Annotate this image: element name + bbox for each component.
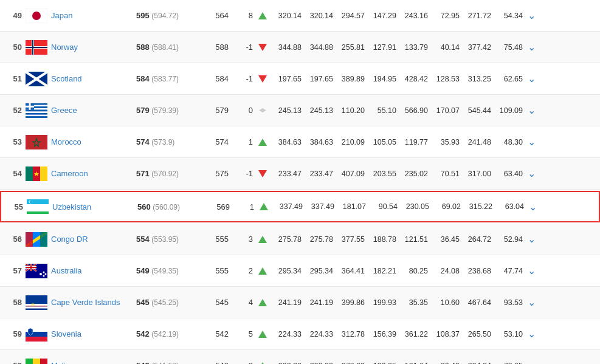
trend-up-icon bbox=[258, 267, 267, 275]
svg-rect-27 bbox=[40, 167, 47, 181]
svg-point-35 bbox=[30, 201, 33, 204]
expand-button[interactable]: ⌄ bbox=[524, 136, 539, 148]
stat-5: 566.90 bbox=[398, 106, 429, 115]
stat-3: 181.07 bbox=[336, 202, 367, 211]
score-exact: (542.19) bbox=[151, 330, 179, 338]
stat-5: 428.42 bbox=[398, 75, 429, 83]
score-secondary: 588 bbox=[203, 43, 231, 52]
rank-change: 0 bbox=[231, 106, 254, 115]
stat-4: 182.21 bbox=[366, 267, 398, 275]
rank-number: 59 bbox=[2, 361, 26, 364]
svg-rect-39 bbox=[40, 232, 47, 247]
country-name[interactable]: Scotland bbox=[51, 74, 136, 83]
country-name[interactable]: Morocco bbox=[51, 137, 136, 146]
country-name[interactable]: Japan bbox=[51, 11, 136, 20]
rank-number: 49 bbox=[2, 11, 26, 20]
table-row: 53 Morocco 574 (573.9) 574 1 384.63 384.… bbox=[0, 126, 600, 158]
expand-button[interactable]: ⌄ bbox=[524, 168, 539, 179]
stat-8: 63.40 bbox=[492, 170, 524, 178]
expand-button[interactable]: ⌄ bbox=[524, 73, 539, 84]
table-row: 52 Greece 579 (579.39) 579 0 245.13 245.… bbox=[0, 95, 600, 126]
stat-6: 40.14 bbox=[429, 43, 461, 52]
stat-4: 55.10 bbox=[366, 106, 398, 115]
country-name[interactable]: Cameroon bbox=[51, 169, 136, 178]
trend-down-icon bbox=[258, 170, 267, 177]
rank-number: 55 bbox=[4, 202, 27, 211]
score-value: 554 bbox=[136, 235, 150, 244]
svg-point-51 bbox=[43, 271, 45, 273]
stat-2: 293.20 bbox=[303, 362, 334, 365]
table-row: 56 Congo DR 554 (553.95) 555 3 275.78 27… bbox=[0, 224, 600, 255]
expand-button[interactable]: ⌄ bbox=[524, 297, 539, 308]
stat-7: 241.48 bbox=[461, 138, 492, 146]
score-main: 574 (573.9) bbox=[136, 137, 203, 146]
stat-5: 361.22 bbox=[398, 330, 429, 338]
stat-7: 315.22 bbox=[462, 202, 494, 211]
stat-4: 203.55 bbox=[366, 170, 398, 178]
stat-3: 312.78 bbox=[334, 330, 366, 338]
trend-arrow bbox=[254, 75, 271, 83]
country-name[interactable]: Greece bbox=[51, 106, 136, 115]
expand-button[interactable]: ⌄ bbox=[524, 360, 539, 364]
stat-4: 156.39 bbox=[366, 330, 398, 338]
trend-up-icon bbox=[258, 139, 267, 146]
svg-point-53 bbox=[43, 275, 45, 276]
stat-2: 295.34 bbox=[303, 267, 334, 275]
country-flag bbox=[26, 295, 47, 310]
expand-button[interactable]: ⌄ bbox=[524, 10, 539, 21]
svg-point-50 bbox=[40, 273, 42, 275]
stat-5: 235.02 bbox=[398, 170, 429, 178]
expand-button[interactable]: ⌄ bbox=[524, 328, 539, 340]
country-flag bbox=[26, 135, 47, 149]
trend-up-icon bbox=[258, 362, 267, 365]
stat-1: 233.47 bbox=[271, 170, 303, 178]
rank-number: 54 bbox=[2, 169, 26, 178]
stat-3: 294.57 bbox=[334, 12, 366, 20]
stat-1: 337.49 bbox=[272, 202, 304, 211]
stat-5: 35.35 bbox=[398, 298, 429, 307]
stat-1: 295.34 bbox=[271, 267, 303, 275]
svg-rect-18 bbox=[26, 114, 47, 116]
stat-4: 105.05 bbox=[366, 138, 398, 146]
stat-5: 243.16 bbox=[398, 12, 429, 20]
score-value: 542 bbox=[136, 329, 150, 338]
country-flag bbox=[27, 199, 49, 214]
country-name[interactable]: Mali bbox=[51, 361, 136, 364]
score-main: 549 (549.35) bbox=[136, 266, 203, 275]
stat-8: 62.65 bbox=[492, 75, 524, 83]
stat-5: 119.77 bbox=[398, 138, 429, 146]
stat-7: 264.72 bbox=[461, 235, 492, 244]
expand-button[interactable]: ⌄ bbox=[524, 265, 539, 276]
svg-rect-65 bbox=[26, 359, 33, 365]
score-main: 584 (583.77) bbox=[136, 74, 203, 83]
country-name[interactable]: Uzbekistan bbox=[52, 202, 137, 211]
stat-1: 293.20 bbox=[271, 362, 303, 365]
stat-6: 108.37 bbox=[429, 330, 461, 338]
stat-4: 194.95 bbox=[366, 75, 398, 83]
rank-change: 2 bbox=[231, 361, 254, 364]
country-name[interactable]: Australia bbox=[51, 266, 136, 275]
trend-neutral-icon bbox=[259, 107, 266, 114]
country-flag bbox=[26, 264, 47, 278]
rank-number: 53 bbox=[2, 137, 26, 146]
score-exact: (588.41) bbox=[151, 43, 179, 52]
score-exact: (573.9) bbox=[151, 138, 174, 146]
stat-3: 110.20 bbox=[334, 106, 366, 115]
expand-button[interactable]: ⌄ bbox=[525, 201, 540, 213]
score-secondary: 575 bbox=[203, 169, 231, 178]
stat-5: 133.79 bbox=[398, 43, 429, 52]
expand-button[interactable]: ⌄ bbox=[524, 105, 539, 116]
expand-button[interactable]: ⌄ bbox=[524, 233, 539, 245]
stat-7: 313.25 bbox=[461, 75, 492, 83]
table-row: 59 Slovenia 542 (542.19) 542 5 224.33 22… bbox=[0, 318, 600, 350]
country-name[interactable]: Slovenia bbox=[51, 329, 136, 338]
expand-button[interactable]: ⌄ bbox=[524, 41, 539, 53]
stat-1: 320.14 bbox=[271, 12, 303, 20]
country-name[interactable]: Cape Verde Islands bbox=[51, 298, 136, 307]
score-secondary: 542 bbox=[203, 329, 231, 338]
country-name[interactable]: Congo DR bbox=[51, 235, 136, 244]
score-value: 588 bbox=[136, 43, 150, 52]
table-row: 54 Cameroon 571 (570.92) 575 -1 233.47 2… bbox=[0, 158, 600, 190]
score-value: 560 bbox=[137, 202, 151, 211]
country-name[interactable]: Norway bbox=[51, 43, 136, 52]
